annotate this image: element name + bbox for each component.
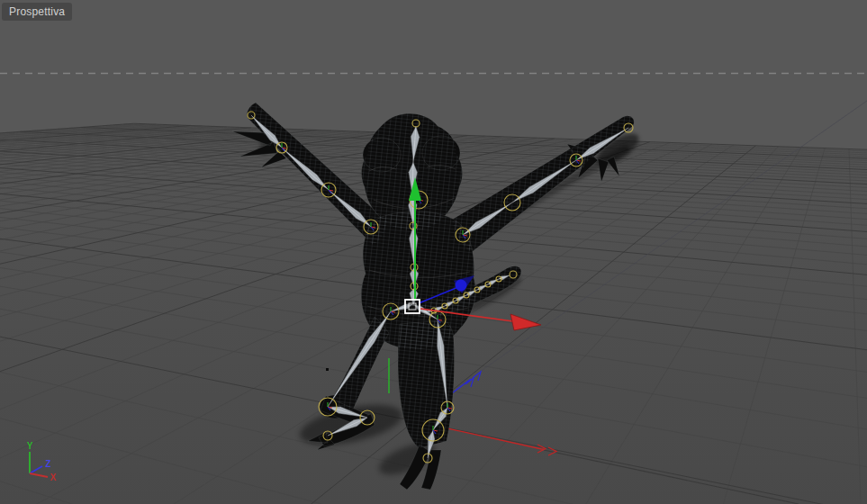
gizmo-z-label: Z bbox=[45, 459, 50, 469]
grid-major-z-line bbox=[480, 101, 867, 372]
grid-major-x-line bbox=[544, 450, 799, 504]
world-axis-x-arrows bbox=[537, 445, 556, 455]
manipulator-z-arrow-cap[interactable] bbox=[456, 280, 467, 292]
gizmo-x-axis bbox=[30, 473, 48, 477]
gizmo-y-label: Y bbox=[27, 441, 33, 451]
manipulator-x-arrow[interactable] bbox=[510, 314, 541, 330]
wireframe-overlay bbox=[247, 103, 634, 448]
scene-overlay: Y Z X bbox=[0, 0, 867, 504]
manipulator-origin-cube[interactable] bbox=[405, 300, 420, 313]
gizmo-x-label: X bbox=[50, 472, 57, 482]
3d-viewport[interactable]: Y Z X Prospettiva bbox=[0, 0, 867, 504]
gizmo-z-axis bbox=[30, 466, 42, 473]
viewport-label[interactable]: Prospettiva bbox=[2, 3, 72, 21]
world-axis-z-arrows bbox=[465, 372, 481, 387]
mesh-fleck bbox=[326, 368, 329, 371]
axis-orientation-gizmo: Y Z X bbox=[27, 441, 57, 482]
